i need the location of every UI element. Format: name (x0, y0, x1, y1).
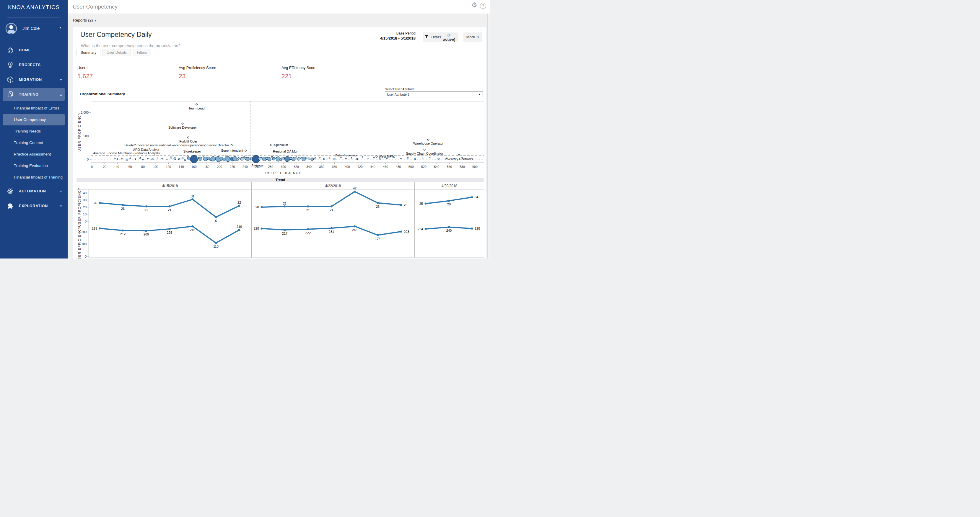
svg-text:225: 225 (167, 231, 172, 234)
svg-text:60: 60 (129, 165, 132, 168)
svg-text:Warehouse Operator: Warehouse Operator (413, 142, 444, 145)
svg-text:140: 140 (179, 165, 184, 168)
svg-text:300: 300 (281, 165, 286, 168)
sidebar-item-exploration[interactable]: EXPLORATION ▾ (3, 200, 65, 213)
sidebar: KNOA ANALYTICS Jim Cole ▾ HOME (0, 0, 68, 258)
svg-text:APO Data Analyst: APO Data Analyst (133, 148, 159, 151)
sidebar-item-projects[interactable]: PROJECTS (3, 59, 65, 71)
svg-text:20: 20 (103, 165, 106, 168)
help-icon[interactable]: ? (480, 3, 486, 9)
kpi-users: Users 1,627 (77, 65, 93, 80)
scrollbar-gutter[interactable] (487, 14, 490, 258)
sidebar-item-training[interactable]: TRAINING ▴ (3, 88, 65, 101)
svg-text:Specialist: Specialist (274, 143, 288, 147)
svg-text:100: 100 (153, 165, 158, 168)
sidebar-item-home[interactable]: HOME (3, 44, 65, 57)
svg-text:20: 20 (256, 205, 259, 209)
svg-text:Team Lead: Team Lead (188, 106, 204, 110)
puzzle-icon (6, 202, 14, 210)
svg-text:21: 21 (283, 201, 286, 205)
organizational-summary-scatter-chart[interactable]: 0204060801001201401601802002202402602803… (77, 98, 485, 178)
svg-text:29: 29 (447, 203, 451, 206)
chevron-up-icon: ▴ (60, 93, 62, 97)
tab-summary[interactable]: Summary (76, 49, 100, 56)
pages-icon (6, 90, 14, 98)
sidebar-item-user-competency[interactable]: User Competency (3, 114, 65, 125)
gear-icon[interactable]: ⚙ (471, 2, 477, 8)
user-attribute-select[interactable]: User Attribute 5 ▼ (385, 92, 483, 97)
sidebar-item-automation[interactable]: AUTOMATION ▾ (3, 185, 65, 198)
user-name: Jim Cole (22, 26, 40, 31)
svg-text:Software Developer: Software Developer (169, 126, 197, 129)
svg-text:400: 400 (345, 165, 350, 168)
tab-filters[interactable]: Filters (133, 49, 151, 56)
svg-text:0: 0 (85, 220, 86, 223)
svg-text:40: 40 (83, 191, 86, 195)
chevron-down-icon: ▾ (60, 189, 62, 193)
trend-line-charts[interactable]: 4/15/20184/22/20184/29/20180102030400100… (76, 182, 485, 258)
svg-text:ociate Merchant - Fortino's An: ociate Merchant - Fortino's Analysts (108, 151, 160, 155)
brand-logo: KNOA ANALYTICS (0, 0, 68, 11)
svg-text:1,000: 1,000 (81, 111, 89, 114)
chevron-down-icon: ▾ (60, 78, 62, 82)
reports-dropdown[interactable]: Reports (2) ▾ (73, 18, 96, 22)
svg-text:220: 220 (230, 165, 235, 168)
svg-text:120: 120 (166, 165, 171, 168)
sidebar-item-migration[interactable]: MIGRATION ▾ (3, 73, 65, 86)
sidebar-item-financial-impact-of-errors[interactable]: Financial Impact of Errors (3, 102, 65, 114)
atom-icon (6, 187, 14, 195)
sidebar-item-training-content[interactable]: Training Content (3, 137, 65, 148)
svg-text:216: 216 (237, 225, 242, 228)
svg-text:23: 23 (121, 207, 125, 210)
svg-text:Average: Average (93, 151, 105, 155)
svg-text:Forklift Oper: Forklift Oper (179, 140, 197, 143)
kpi-avg-efficiency: Avg Efficiency Score 221 (282, 65, 317, 80)
page-title: User Competency (73, 3, 118, 10)
svg-text:440: 440 (370, 165, 375, 168)
tab-user-details[interactable]: User Details (102, 49, 131, 56)
attribute-label: Select User Attribute (385, 87, 414, 91)
lightbulb-icon (6, 61, 14, 69)
svg-text:420: 420 (357, 165, 363, 168)
svg-text:340: 340 (306, 165, 312, 168)
chevron-down-icon: ▾ (60, 204, 62, 208)
kpi-avg-proficiency-value: 23 (179, 73, 216, 80)
base-period: Base Period 4/15/2018 - 5/1/2018 (380, 31, 415, 40)
svg-text:10: 10 (83, 213, 86, 216)
svg-text:25: 25 (419, 202, 423, 205)
svg-text:480: 480 (396, 165, 401, 168)
svg-text:20: 20 (83, 205, 86, 209)
svg-text:246: 246 (190, 228, 195, 232)
svg-text:320: 320 (294, 165, 299, 168)
svg-text:4/15/2018: 4/15/2018 (162, 184, 178, 188)
svg-text:Average: Average (251, 163, 264, 167)
svg-text:100: 100 (81, 242, 86, 246)
svg-text:231: 231 (329, 230, 334, 233)
svg-text:174: 174 (375, 237, 380, 241)
svg-text:26: 26 (376, 205, 380, 208)
svg-text:360: 360 (319, 165, 324, 168)
svg-text:21: 21 (329, 208, 333, 212)
svg-text:228: 228 (254, 227, 259, 230)
svg-text:6: 6 (215, 219, 217, 222)
svg-text:212: 212 (120, 232, 126, 236)
svg-text:229: 229 (92, 227, 97, 230)
svg-text:200: 200 (81, 230, 86, 234)
svg-text:246: 246 (352, 228, 357, 232)
filters-button[interactable]: Filters (1 active) (423, 32, 458, 41)
svg-text:580: 580 (460, 165, 465, 168)
chevron-down-icon: ▾ (59, 26, 61, 30)
sidebar-item-practice-assessment[interactable]: Practice Assessment (3, 148, 65, 160)
svg-text:23: 23 (404, 203, 407, 207)
section-title: Organizational Summary (80, 92, 125, 96)
sidebar-item-training-evaluation[interactable]: Training Evaluation (3, 160, 65, 171)
svg-text:209: 209 (143, 233, 149, 236)
sidebar-item-training-needs[interactable]: Training Needs (3, 125, 65, 137)
user-menu[interactable]: Jim Cole ▾ (0, 20, 68, 41)
svg-text:203: 203 (404, 230, 409, 233)
sidebar-item-financial-impact-of-training[interactable]: Financial Impact of Training (3, 171, 65, 183)
more-button[interactable]: More ▼ (463, 32, 482, 41)
topbar: User Competency ⚙ ? (68, 0, 490, 14)
tab-bar: Summary User Details Filters (76, 49, 486, 56)
chevron-down-icon: ▼ (477, 36, 479, 39)
